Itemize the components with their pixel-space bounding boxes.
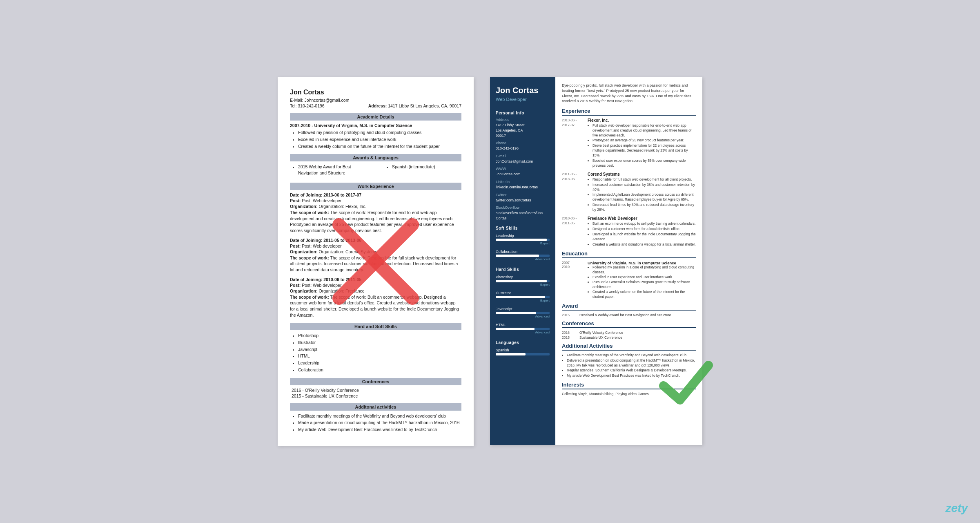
award-item: 2015 Webby Award for Best Navigation and… <box>290 164 368 177</box>
interests-section-title: Interests <box>562 382 696 389</box>
activity-3: My article Web Development Best Practice… <box>298 427 461 433</box>
sidebar-stackoverflow: stackoverflow.com/users/Jon-Cortas <box>490 210 555 223</box>
phone-label: Phone <box>490 140 555 146</box>
exp-dates-1: 2013-06 - 2017-07 <box>562 118 584 169</box>
exp-2-bullet-3: Implemented Agile/Lean development proce… <box>592 192 696 202</box>
skill-5: Leadership <box>298 360 461 366</box>
twitter-label: Twitter <box>490 192 555 198</box>
work-date-2: Date of Joining: 2011-05 to 2013-06 <box>290 238 461 243</box>
skill-2: Illustrator <box>298 340 461 346</box>
work-post-3: Post: Post: Web developer <box>290 283 461 288</box>
work-date-1: Date of Joining: 2013-06 to 2017-07 <box>290 192 461 197</box>
right-summary: Eye-poppingly prolific, full stack web d… <box>562 83 696 103</box>
resume-sidebar: Jon Cortas Web Developer Personal Info A… <box>490 77 555 445</box>
sidebar-www: JonCortas.com <box>490 172 555 179</box>
skill-6: Collaboration <box>298 367 461 373</box>
work-scope-2: The scope of work: The scope of work: Re… <box>290 255 461 273</box>
exp-1-bullet-4: Boosted user experience scores by 55% ov… <box>592 159 696 168</box>
education-section-title: Education <box>562 250 696 258</box>
exp-details-3: Freelance Web Developer Built an ecommer… <box>588 216 696 247</box>
resume-right: Jon Cortas Web Developer Personal Info A… <box>490 77 702 445</box>
conf-1: 2016 - O'Reilly Velocity Conference <box>290 388 461 393</box>
linkedin-label: LinkedIn <box>490 179 555 185</box>
award-text: Received a Webby Award for Best Navigati… <box>579 313 672 317</box>
edu-entry-1: 2007 - 2010 University of Virginia, M.S.… <box>562 261 696 299</box>
skills-list: Photoshop Illustrator Javascript HTML Le… <box>290 333 461 373</box>
academic-bullets: Followed my passion of prototyping and c… <box>290 130 461 149</box>
right-activity-3: Regular attendee, Southern California We… <box>567 368 696 373</box>
activities-section-header: Additonal activities <box>290 403 461 411</box>
skills-section-header: Hard and Soft Skills <box>290 323 461 330</box>
skill-3: Javascript <box>298 346 461 353</box>
exp-dates-2: 2011-05 - 2013-06 <box>562 172 584 213</box>
work-post-1: Post: Post: Web developer <box>290 198 461 203</box>
exp-entry-1: 2013-06 - 2017-07 Flexor, Inc. Full stac… <box>562 118 696 169</box>
exp-dates-3: 2010-06 - 2011-05 <box>562 216 584 247</box>
left-tel: Tel: 310-242-0196 <box>290 103 325 108</box>
edu-bullet-1: Followed my passion in a core of prototy… <box>592 265 696 275</box>
personal-info-title: Personal Info <box>490 107 555 117</box>
activity-1: Facilitate monthly meetings of the Webfi… <box>298 413 461 419</box>
right-activity-4: My article Web Development Best Practice… <box>567 373 696 378</box>
work-section-header: Work Experience <box>290 183 461 190</box>
conf-entry-1: 2016 O'Reilly Velocity Conference <box>562 331 696 335</box>
work-org-3: Organization: Organization: Freelance <box>290 288 461 293</box>
address-label: Address <box>490 117 555 123</box>
academic-entry: 2007-2010 - University of Virginia, M.S.… <box>290 123 461 128</box>
exp-3-bullet-4: Created a website and donations webapp f… <box>592 242 696 247</box>
activities-list-left: Facilitate monthly meetings of the Webfi… <box>290 413 461 433</box>
sidebar-header: Jon Cortas Web Developer <box>490 77 555 107</box>
conf-entry-2: 2015 Sustainable UX Conference <box>562 335 696 340</box>
sidebar-email: JonCortas@gmail.com <box>490 159 555 166</box>
award-text: 2015 Webby Award for Best Navigation and… <box>298 164 368 176</box>
award-section-title: Award <box>562 303 696 311</box>
skill-4: HTML <box>298 353 461 359</box>
award-entry-1: 2015 Received a Webby Award for Best Nav… <box>562 313 696 317</box>
activities-list-right: Facilitate monthly meetings of the Webfi… <box>562 353 696 378</box>
html-skill: HTML Advanced <box>490 321 555 337</box>
activity-2: Made a presentation on cloud computing a… <box>298 420 461 426</box>
email-label: E-mail <box>490 153 555 159</box>
right-activity-1: Facilitate monthly meetings of the Webfi… <box>567 353 696 358</box>
collaboration-skill: Collaboration Advanced <box>490 248 555 264</box>
exp-2-bullet-1: Responsible for full stack web developme… <box>592 177 696 182</box>
work-entry-2: Date of Joining: 2011-05 to 2013-06 Post… <box>290 238 461 273</box>
left-email: E-Mail: Johncortas@gmail.com <box>290 98 461 103</box>
language-text: Spanish (intermediate) <box>392 164 461 170</box>
exp-3-bullet-2: Designed a customer web form for a local… <box>592 227 696 232</box>
right-name: Jon Cortas <box>496 85 550 95</box>
javascript-skill: Javascript Advanced <box>490 305 555 321</box>
activities-section-title: Additional Activities <box>562 343 696 351</box>
exp-2-bullet-4: Decreased lead times by 30% and reduced … <box>592 203 696 212</box>
work-org-2: Organization: Organization: Corend Syste… <box>290 249 461 254</box>
stackoverflow-label: StackOverflow <box>490 205 555 210</box>
work-date-3: Date of Joining: 2010-06 to 2011-05 <box>290 277 461 282</box>
edu-bullet-4: Created a weekly column on the future of… <box>592 290 696 299</box>
exp-entry-2: 2011-05 - 2013-06 Corend Systems Respons… <box>562 172 696 213</box>
hard-skills-title: Hard Skills <box>490 264 555 273</box>
sidebar-address: 1417 Libby Street Los Angeles, CA 90017 <box>490 123 555 140</box>
exp-1-bullet-3: Drove best practice implementation for 2… <box>592 143 696 158</box>
www-label: WWW <box>490 166 555 172</box>
right-activity-2: Delivered a presentation on cloud comput… <box>567 358 696 368</box>
academic-bullet-3: Created a weekly column on the future of… <box>298 143 461 150</box>
resume-left: Jon Cortas E-Mail: Johncortas@gmail.com … <box>278 77 474 445</box>
exp-details-2: Corend Systems Responsible for full stac… <box>588 172 696 213</box>
edu-bullet-2: Excelled in user experience and user int… <box>592 275 696 280</box>
conf-2: 2015 - Sustainable UX Conference <box>290 393 461 398</box>
conferences-section-header: Conferences <box>290 378 461 385</box>
language-item: Spanish (intermediate) <box>384 164 461 177</box>
conferences-section-title: Conferences <box>562 320 696 328</box>
leadership-skill: Leadership Expert <box>490 232 555 248</box>
exp-1-bullet-2: Prototyped an average of 25 new product … <box>592 138 696 143</box>
work-scope-3: The scope of work: The scope of work: Bu… <box>290 294 461 318</box>
work-entry-3: Date of Joining: 2010-06 to 2011-05 Post… <box>290 277 461 318</box>
experience-section-title: Experience <box>562 108 696 116</box>
exp-3-bullet-3: Developed a launch website for the Indie… <box>592 232 696 242</box>
work-scope-1: The scope of work: The scope of work: Re… <box>290 210 461 234</box>
skill-1: Photoshop <box>298 333 461 339</box>
languages-title: Languages <box>490 337 555 346</box>
spanish-skill: Spanish <box>490 346 555 357</box>
academic-section-header: Academic Details <box>290 113 461 121</box>
interests-text: Collecting Vinyls, Mountain biking, Play… <box>562 392 696 396</box>
